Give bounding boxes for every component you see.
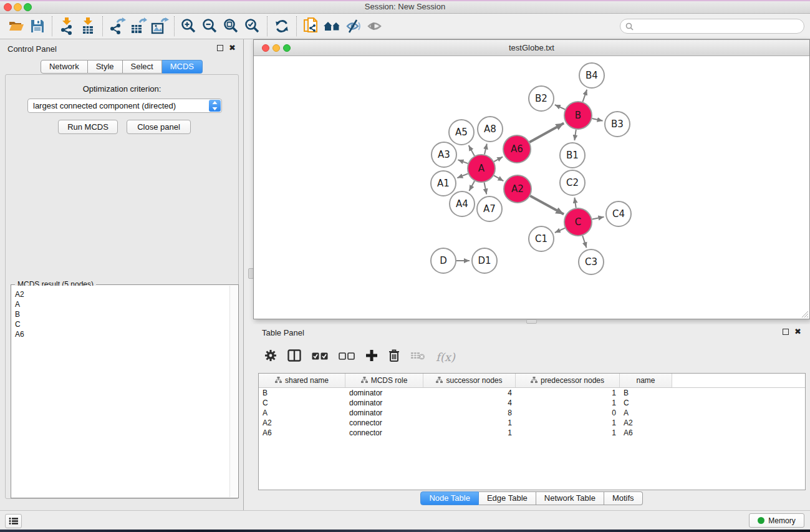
hide-style-icon[interactable] xyxy=(343,16,364,37)
float-table-panel-icon[interactable] xyxy=(783,329,789,335)
zoom-out-icon[interactable] xyxy=(200,16,221,37)
graph-edge-C-C4[interactable] xyxy=(592,217,604,220)
graph-node-C3[interactable]: C3 xyxy=(579,249,604,274)
close-panel-button[interactable]: Close panel xyxy=(127,120,191,134)
result-list-item[interactable]: C xyxy=(15,319,229,329)
resize-grip-icon[interactable] xyxy=(801,310,809,318)
graph-edge-A-A5[interactable] xyxy=(469,145,475,156)
export-network-icon[interactable] xyxy=(107,16,128,37)
graph-node-B[interactable]: B xyxy=(564,102,592,129)
search-input[interactable] xyxy=(637,22,799,31)
column-header-predecessor-nodes[interactable]: predecessor nodes xyxy=(516,374,620,387)
graph-edge-A-A8[interactable] xyxy=(485,143,487,154)
tab-select[interactable]: Select xyxy=(123,60,162,74)
graph-node-A1[interactable]: A1 xyxy=(431,171,456,196)
graph-node-C4[interactable]: C4 xyxy=(606,201,631,226)
column-header-MCDS-role[interactable]: MCDS role xyxy=(345,374,423,387)
column-header-successor-nodes[interactable]: successor nodes xyxy=(423,374,516,387)
zoom-window-button[interactable] xyxy=(24,3,32,11)
column-header-shared-name[interactable]: shared name xyxy=(259,374,345,387)
table-row[interactable]: A2connector11A2 xyxy=(259,418,805,428)
graph-edge-C-C1[interactable] xyxy=(555,228,565,233)
save-session-icon[interactable] xyxy=(27,16,48,37)
network-snapshot-icon[interactable] xyxy=(301,16,322,37)
memory-button[interactable]: Memory xyxy=(749,513,804,528)
open-session-icon[interactable] xyxy=(6,16,27,37)
export-table-icon[interactable] xyxy=(128,16,149,37)
graph-node-B4[interactable]: B4 xyxy=(579,63,604,88)
graph-node-D[interactable]: D xyxy=(431,248,456,273)
table-row[interactable]: Adominator80A xyxy=(259,408,805,418)
close-network-button[interactable] xyxy=(262,44,269,52)
delete-column-icon[interactable] xyxy=(388,349,400,365)
mcds-result-list[interactable]: A2ABCA6 xyxy=(12,286,229,497)
add-column-icon[interactable] xyxy=(365,349,378,364)
run-mcds-button[interactable]: Run MCDS xyxy=(58,120,118,134)
zoom-in-icon[interactable] xyxy=(178,16,200,37)
horizontal-split-handle[interactable] xyxy=(526,319,537,324)
graph-node-A2[interactable]: A2 xyxy=(504,175,531,203)
graph-node-C[interactable]: C xyxy=(564,208,592,236)
graph-node-A3[interactable]: A3 xyxy=(432,142,456,167)
result-list-item[interactable]: A6 xyxy=(15,329,229,339)
graph-node-B3[interactable]: B3 xyxy=(605,112,630,137)
float-panel-icon[interactable] xyxy=(217,45,223,51)
settings-gear-icon[interactable] xyxy=(264,349,277,364)
graph-edge-A-A3[interactable] xyxy=(458,160,468,163)
tab-edge-table[interactable]: Edge Table xyxy=(479,491,536,505)
table-row[interactable]: Cdominator41C xyxy=(259,398,805,408)
graph-edge-A-A7[interactable] xyxy=(485,183,487,195)
graph-edge-A-A6[interactable] xyxy=(494,157,503,162)
refresh-icon[interactable] xyxy=(271,16,292,37)
result-list-item[interactable]: A xyxy=(15,299,229,309)
graph-node-D1[interactable]: D1 xyxy=(472,248,497,273)
tab-style[interactable]: Style xyxy=(88,60,123,74)
show-panels-menu-button[interactable] xyxy=(5,514,22,528)
node-table[interactable]: shared nameMCDS rolesuccessor nodesprede… xyxy=(258,373,806,490)
zoom-selected-icon[interactable] xyxy=(242,16,263,37)
deselect-all-icon[interactable] xyxy=(339,351,355,362)
graph-edge-C-C3[interactable] xyxy=(582,236,586,248)
search-field[interactable] xyxy=(620,19,804,34)
result-scrollbar[interactable] xyxy=(229,286,238,497)
select-all-icon[interactable] xyxy=(312,351,328,362)
table-row[interactable]: Bdominator41B xyxy=(259,388,805,398)
graph-edge-A-A2[interactable] xyxy=(494,175,503,181)
result-list-item[interactable]: B xyxy=(15,309,229,319)
graph-edge-A2-C[interactable] xyxy=(530,196,564,215)
import-table-icon[interactable] xyxy=(77,16,99,37)
graph-node-C2[interactable]: C2 xyxy=(560,170,585,195)
graph-edge-B-B2[interactable] xyxy=(555,105,565,109)
graph-node-A8[interactable]: A8 xyxy=(478,117,503,142)
graph-node-C1[interactable]: C1 xyxy=(529,226,554,251)
tab-network[interactable]: Network xyxy=(41,60,88,74)
tab-node-table[interactable]: Node Table xyxy=(420,491,479,505)
close-window-button[interactable] xyxy=(4,3,12,11)
graph-node-A[interactable]: A xyxy=(468,155,495,182)
network-canvas[interactable]: AA1A2A3A4A5A6A7A8BB1B2B3B4CC1C2C3C4DD1 xyxy=(254,56,809,319)
close-panel-icon[interactable]: ✖ xyxy=(229,45,236,51)
graph-edge-C-C2[interactable] xyxy=(574,198,576,208)
graph-node-B2[interactable]: B2 xyxy=(529,86,554,111)
maximize-network-button[interactable] xyxy=(283,44,291,52)
tab-mcds[interactable]: MCDS xyxy=(162,60,203,74)
graph-edge-A-A4[interactable] xyxy=(469,181,475,191)
graph-edge-A-A1[interactable] xyxy=(457,173,468,178)
graph-node-A6[interactable]: A6 xyxy=(503,135,531,163)
network-window-titlebar[interactable]: testGlobe.txt xyxy=(254,40,809,56)
table-row[interactable]: A6connector11A6 xyxy=(259,428,805,438)
graph-edge-B-B3[interactable] xyxy=(592,118,602,121)
tab-network-table[interactable]: Network Table xyxy=(536,491,604,505)
close-table-panel-icon[interactable]: ✖ xyxy=(794,329,801,335)
graph-edge-A6-B[interactable] xyxy=(529,123,564,142)
zoom-fit-icon[interactable] xyxy=(221,16,242,37)
graph-edge-B-B1[interactable] xyxy=(574,130,576,140)
minimize-network-button[interactable] xyxy=(272,44,280,52)
show-columns-icon[interactable] xyxy=(287,349,301,364)
export-image-icon[interactable] xyxy=(149,16,170,37)
show-style-icon[interactable] xyxy=(364,16,385,37)
result-list-item[interactable]: A2 xyxy=(15,289,229,299)
graph-node-A4[interactable]: A4 xyxy=(450,191,475,216)
tab-motifs[interactable]: Motifs xyxy=(604,491,643,505)
network-graph[interactable]: AA1A2A3A4A5A6A7A8BB1B2B3B4CC1C2C3C4DD1 xyxy=(254,56,809,319)
